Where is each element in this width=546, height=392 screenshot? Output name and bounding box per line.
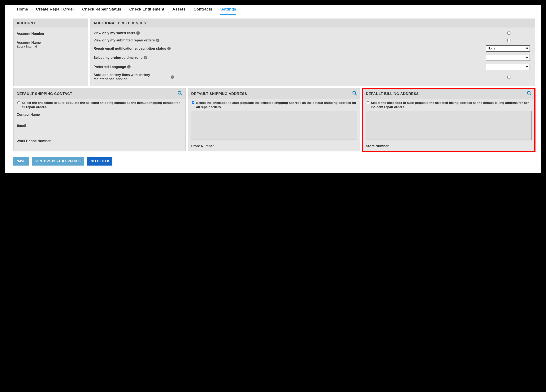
shipping-store-number-label: Store Number	[191, 144, 357, 148]
phone-label: Work Phone Number	[17, 139, 182, 143]
pref-email-sub-value: None	[488, 47, 495, 51]
shipping-address-auto-checkbox[interactable]	[192, 101, 195, 104]
search-icon[interactable]	[352, 91, 357, 97]
info-icon[interactable]: i	[156, 38, 159, 42]
pref-submitted-orders-label: View only my submitted repair orders	[93, 38, 155, 42]
account-number-label: Account Number	[17, 32, 85, 36]
shipping-address-panel: DEFAULT SHIPPING ADDRESS Select the chec…	[188, 88, 360, 152]
shipping-contact-checkbox-label: Select the checkbox to auto-populate the…	[22, 101, 182, 109]
billing-store-number-label: Store Number	[366, 144, 532, 148]
svg-point-4	[527, 91, 530, 94]
nav-check-repair-status[interactable]: Check Repair Status	[82, 7, 121, 13]
pref-saved-carts-label: View only my saved carts	[93, 31, 135, 35]
shipping-address-title: DEFAULT SHIPPING ADDRESS	[191, 92, 247, 96]
info-icon[interactable]: i	[171, 76, 174, 79]
account-header: ACCOUNT	[13, 19, 88, 27]
preferences-panel: ADDITIONAL PREFERENCES View only my save…	[90, 19, 535, 86]
nav-home[interactable]: Home	[17, 7, 28, 13]
email-label: Email	[17, 124, 182, 127]
account-name-value: Zebra Internal	[17, 45, 85, 49]
svg-point-0	[178, 91, 181, 94]
shipping-contact-panel: DEFAULT SHIPPING CONTACT Select the chec…	[13, 88, 186, 152]
shipping-address-checkbox-label: Select the checkbox to auto-populate the…	[196, 101, 357, 109]
billing-address-textarea[interactable]	[366, 111, 532, 140]
svg-line-5	[530, 94, 531, 95]
info-icon[interactable]: i	[143, 56, 147, 59]
shipping-contact-auto-checkbox[interactable]	[17, 101, 20, 104]
account-name-label: Account Name	[17, 41, 85, 45]
billing-address-title: DEFAULT BILLING ADDRESS	[366, 92, 419, 96]
billing-address-auto-checkbox[interactable]	[367, 101, 369, 104]
preferences-header: ADDITIONAL PREFERENCES	[91, 19, 535, 27]
search-icon[interactable]	[177, 91, 182, 97]
info-icon[interactable]: i	[136, 31, 140, 35]
shipping-contact-title: DEFAULT SHIPPING CONTACT	[17, 92, 72, 96]
need-help-button[interactable]: NEED HELP	[87, 157, 112, 165]
pref-email-sub-select[interactable]: None	[486, 45, 530, 51]
search-icon[interactable]	[527, 91, 532, 97]
billing-address-checkbox-label: Select the checkbox to auto-populate the…	[371, 101, 532, 109]
nav-assets[interactable]: Assets	[172, 7, 185, 13]
contact-name-label: Contact Name	[17, 113, 182, 117]
svg-line-3	[355, 94, 357, 95]
pref-submitted-orders-checkbox[interactable]	[507, 39, 510, 42]
chevron-down-icon	[526, 57, 528, 59]
pref-language-label: Preferred Language	[93, 65, 126, 69]
pref-timezone-select[interactable]	[486, 55, 530, 61]
svg-line-1	[181, 94, 182, 95]
nav-settings[interactable]: Settings	[220, 7, 236, 15]
shipping-address-textarea[interactable]	[191, 111, 357, 140]
app-container: Home Create Repair Order Check Repair St…	[5, 5, 541, 173]
pref-saved-carts-checkbox[interactable]	[507, 32, 510, 35]
nav-check-entitlement[interactable]: Check Entitlement	[129, 7, 164, 13]
billing-address-panel: DEFAULT BILLING ADDRESS Select the check…	[363, 88, 535, 152]
save-button[interactable]: SAVE	[13, 157, 29, 165]
pref-language-select[interactable]	[486, 64, 530, 70]
pref-timezone-label: Select my preferred time zone	[93, 56, 143, 60]
pref-battery-checkbox[interactable]	[507, 76, 510, 79]
nav-create-repair-order[interactable]: Create Repair Order	[36, 7, 74, 13]
svg-point-2	[353, 91, 356, 94]
pref-email-sub-label: Repair email notification subscription s…	[93, 47, 166, 51]
top-nav: Home Create Repair Order Check Repair St…	[5, 7, 541, 15]
info-icon[interactable]: i	[167, 47, 171, 50]
chevron-down-icon	[526, 48, 528, 50]
info-icon[interactable]: i	[127, 65, 130, 69]
nav-contracts[interactable]: Contracts	[194, 7, 212, 13]
restore-defaults-button[interactable]: RESTORE DEFAULT VALUES	[32, 157, 84, 165]
account-panel: ACCOUNT Account Number Account Name Zebr…	[13, 19, 88, 86]
pref-battery-label: Auto-add battery lines with battery main…	[93, 73, 170, 81]
chevron-down-icon	[526, 66, 528, 68]
